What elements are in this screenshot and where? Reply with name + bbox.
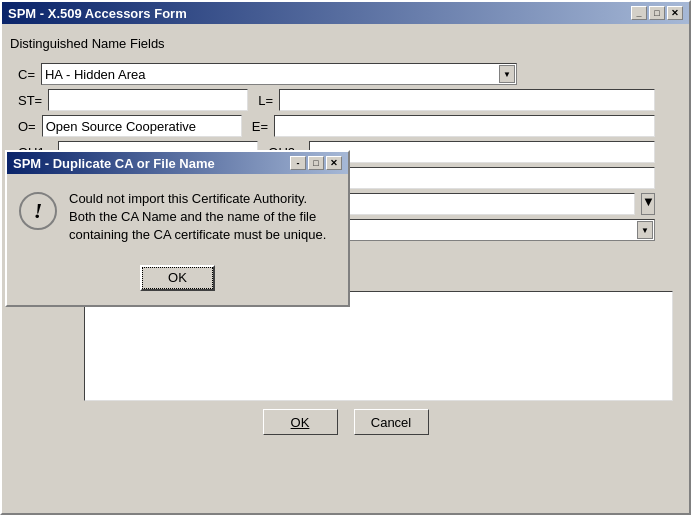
extra2-input[interactable]	[306, 193, 635, 215]
dialog-title-buttons: - □ ✕	[290, 156, 342, 170]
c-label: C=	[18, 67, 35, 82]
e-input[interactable]	[274, 115, 655, 137]
dialog-minimize-button[interactable]: -	[290, 156, 306, 170]
comment-section: Comment:	[18, 291, 673, 401]
l-input[interactable]	[279, 89, 655, 111]
dialog-title-bar: SPM - Duplicate CA or File Name - □ ✕	[7, 152, 348, 174]
comment-textarea[interactable]	[84, 291, 673, 401]
dialog-message: Could not import this Certificate Author…	[69, 190, 336, 245]
minimize-button[interactable]: _	[631, 6, 647, 20]
c-dropdown-wrapper: HA - Hidden Area ▼	[41, 63, 517, 85]
l-label: L=	[258, 93, 273, 108]
e-label: E=	[252, 119, 268, 134]
dialog: SPM - Duplicate CA or File Name - □ ✕ ! …	[5, 150, 350, 307]
ou2-input[interactable]	[309, 141, 655, 163]
st-input[interactable]	[48, 89, 248, 111]
dialog-title: SPM - Duplicate CA or File Name	[13, 156, 215, 171]
c-dropdown[interactable]: HA - Hidden Area	[41, 63, 517, 85]
dialog-content: ! Could not import this Certificate Auth…	[7, 174, 348, 261]
warning-symbol: !	[34, 198, 43, 224]
cancel-button[interactable]: Cancel	[354, 409, 429, 435]
dialog-close-button[interactable]: ✕	[326, 156, 342, 170]
dialog-maximize-button[interactable]: □	[308, 156, 324, 170]
ok-button[interactable]: OK	[263, 409, 338, 435]
bottom-buttons: OK Cancel	[10, 409, 681, 435]
scroll-indicator[interactable]: ▼	[641, 193, 655, 215]
main-title-bar: SPM - X.509 Accessors Form _ □ ✕	[2, 2, 689, 24]
dialog-ok-button[interactable]: OK	[140, 265, 215, 291]
section-title: Distinguished Name Fields	[10, 36, 681, 51]
close-button[interactable]: ✕	[667, 6, 683, 20]
main-title-buttons: _ □ ✕	[631, 6, 683, 20]
maximize-button[interactable]: □	[649, 6, 665, 20]
main-window-title: SPM - X.509 Accessors Form	[8, 6, 187, 21]
warning-icon: !	[19, 192, 57, 230]
o-label: O=	[18, 119, 36, 134]
st-label: ST=	[18, 93, 42, 108]
o-input[interactable]	[42, 115, 242, 137]
dialog-button-row: OK	[7, 261, 348, 305]
ou4-input[interactable]	[309, 167, 655, 189]
